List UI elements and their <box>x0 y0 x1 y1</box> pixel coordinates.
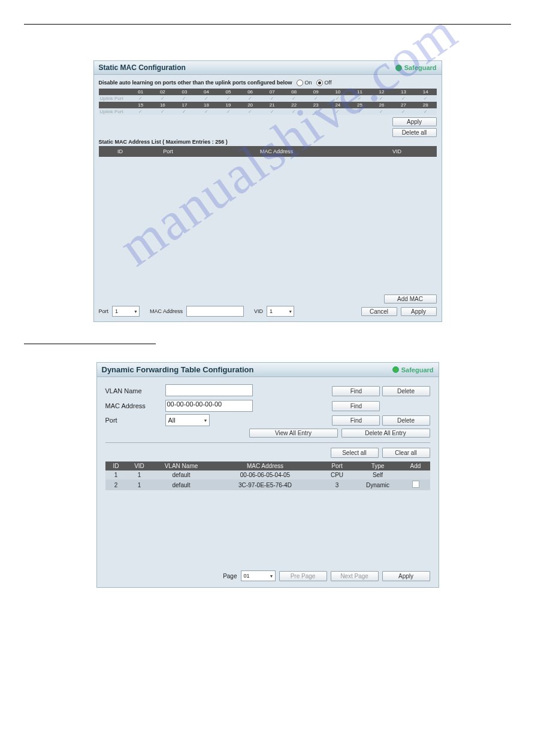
safeguard-badge-2: Safeguard <box>392 366 434 374</box>
th-vlan: VLAN Name <box>152 462 211 470</box>
port-select[interactable]: 1 <box>112 306 140 317</box>
apply-button[interactable]: Apply <box>392 117 437 126</box>
clear-all-button[interactable]: Clear all <box>382 448 430 458</box>
port-check[interactable]: ✓ <box>217 95 240 102</box>
col-mac: MAC Address <box>196 147 358 156</box>
ports-row-2-header: 1516171819202122232425262728 <box>99 102 437 108</box>
port-check[interactable]: ✓ <box>349 108 371 115</box>
prev-page-button[interactable]: Pre Page <box>279 571 327 581</box>
page-apply-button[interactable]: Apply <box>382 571 430 581</box>
th-port: Port <box>320 462 355 470</box>
radio-on-label: On <box>305 80 312 86</box>
page-label: Page <box>223 573 237 579</box>
next-page-button[interactable]: Next Page <box>331 571 379 581</box>
page-select[interactable]: 01 <box>241 570 276 581</box>
delete-all-button[interactable]: Delete all <box>392 128 437 137</box>
vlan-delete-button[interactable]: Delete <box>382 386 430 396</box>
footer-vid-label: VID <box>254 308 263 314</box>
radio-on[interactable] <box>297 80 303 86</box>
port-check[interactable]: ✓ <box>392 95 415 102</box>
table-row: 2 1 default 3C-97-0E-E5-76-4D 3 Dynamic <box>105 479 430 490</box>
port-check[interactable]: ✓ <box>130 95 152 102</box>
mac-list-header: ID Port MAC Address VID <box>99 146 437 157</box>
dynamic-forwarding-panel: Dynamic Forwarding Table Configuration S… <box>96 362 439 588</box>
mac-address-input[interactable]: 00-00-00-00-00-00 <box>165 400 253 412</box>
panel2-title: Dynamic Forwarding Table Configuration <box>102 365 254 374</box>
uplink-port-label-1: Uplink Port <box>99 95 130 102</box>
port-check[interactable]: ✓ <box>415 95 437 102</box>
col-vid: VID <box>359 147 436 156</box>
port-check[interactable]: ✓ <box>371 108 393 115</box>
safeguard-dot-icon <box>392 366 399 373</box>
panel1-title: Static MAC Configuration <box>99 63 186 72</box>
port-find-button[interactable]: Find <box>332 415 380 426</box>
port-check[interactable]: ✓ <box>415 108 437 115</box>
port-check[interactable]: ✓ <box>305 108 327 115</box>
radio-off-label: Off <box>325 80 332 86</box>
port-check[interactable]: ✓ <box>174 95 196 102</box>
forwarding-table: ID VID VLAN Name MAC Address Port Type A… <box>105 462 430 490</box>
port-check[interactable]: ✓ <box>195 108 217 115</box>
port-check[interactable]: ✓ <box>349 95 371 102</box>
add-checkbox[interactable] <box>412 481 419 488</box>
safeguard-label: Safeguard <box>404 64 437 71</box>
port-check[interactable]: ✓ <box>327 108 349 115</box>
port-check[interactable]: ✓ <box>392 108 415 115</box>
th-add: Add <box>401 462 430 470</box>
radio-off[interactable] <box>316 80 323 86</box>
port-label: Port <box>105 417 165 424</box>
top-rule <box>24 24 511 25</box>
ports-row-1-header: 0102030405060708091011121314 <box>99 89 437 95</box>
vlan-name-input[interactable] <box>165 384 253 396</box>
port-check[interactable]: ✓ <box>261 95 283 102</box>
port-check[interactable]: ✓ <box>239 108 261 115</box>
select-all-button[interactable]: Select all <box>331 448 379 458</box>
port-check[interactable]: ✓ <box>195 95 217 102</box>
safeguard-label-2: Safeguard <box>401 366 434 374</box>
port-check[interactable]: ✓ <box>283 95 305 102</box>
th-vid: VID <box>127 462 152 470</box>
ports-row-2-checks: Uplink Port ✓✓✓✓✓✓✓✓✓✓✓✓✓✓ <box>99 108 437 115</box>
vid-select[interactable]: 1 <box>267 306 294 317</box>
footer-apply-button[interactable]: Apply <box>401 307 437 316</box>
safeguard-badge: Safeguard <box>395 64 437 71</box>
safeguard-dot-icon <box>395 65 402 71</box>
disable-autolearn-label: Disable auto learning on ports other tha… <box>99 80 292 86</box>
port-check[interactable]: ✓ <box>371 95 393 102</box>
port-check[interactable]: ✓ <box>217 108 240 115</box>
footer-port-label: Port <box>99 308 109 314</box>
port-check[interactable]: ✓ <box>305 95 327 102</box>
panel1-titlebar: Static MAC Configuration Safeguard <box>94 61 442 75</box>
vlan-name-label: VLAN Name <box>105 387 165 394</box>
mac-input[interactable] <box>186 306 244 317</box>
footer-mac-label: MAC Address <box>150 308 183 314</box>
entries-label: Static MAC Address List ( Maximum Entrie… <box>99 139 437 145</box>
divider <box>105 442 430 443</box>
th-type: Type <box>355 462 401 470</box>
delete-all-entry-button[interactable]: Delete All Entry <box>341 429 430 438</box>
port-check[interactable]: ✓ <box>130 108 152 115</box>
table-row: 1 1 default 00-06-06-05-04-05 CPU Self <box>105 470 430 479</box>
port-check[interactable]: ✓ <box>283 108 305 115</box>
add-mac-button[interactable]: Add MAC <box>384 294 437 303</box>
port-select-2[interactable]: All <box>165 414 210 426</box>
port-check[interactable]: ✓ <box>152 108 174 115</box>
cancel-button[interactable]: Cancel <box>361 307 397 316</box>
port-check[interactable]: ✓ <box>174 108 196 115</box>
uplink-port-label-2: Uplink Port <box>99 108 130 115</box>
ports-row-1-checks: Uplink Port ✓✓✓✓✓✓✓✓✓✓✓✓✓✓ <box>99 95 437 102</box>
port-check[interactable]: ✓ <box>152 95 174 102</box>
col-id: ID <box>100 147 141 156</box>
port-check[interactable]: ✓ <box>327 95 349 102</box>
view-all-button[interactable]: View All Entry <box>249 429 338 438</box>
th-id: ID <box>105 462 127 470</box>
section-underline <box>24 344 156 344</box>
uplink-ports-table: 0102030405060708091011121314 Uplink Port… <box>99 89 437 115</box>
port-check[interactable]: ✓ <box>261 108 283 115</box>
port-delete-button[interactable]: Delete <box>382 415 430 426</box>
port-check[interactable]: ✓ <box>239 95 261 102</box>
vlan-find-button[interactable]: Find <box>332 386 380 396</box>
th-mac: MAC Address <box>211 462 320 470</box>
col-port: Port <box>142 147 195 156</box>
mac-find-button[interactable]: Find <box>332 401 380 411</box>
